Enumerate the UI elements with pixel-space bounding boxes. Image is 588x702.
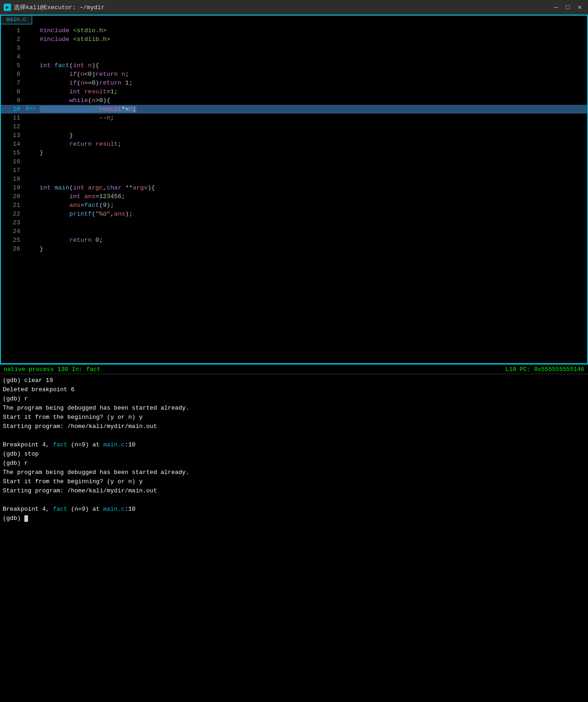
table-row: 11 --n; <box>1 114 587 122</box>
table-row: 4 <box>1 52 587 61</box>
terminal-area[interactable]: (gdb) clear 19 Deleted breakpoint 6 (gdb… <box>0 374 588 702</box>
table-row: 12 <box>1 122 587 131</box>
window-controls: — □ ✕ <box>551 3 584 12</box>
table-row: 23 <box>1 218 587 227</box>
code-content[interactable]: 1 #include <stdio.h> 2 #include <stdlib.… <box>1 24 587 363</box>
table-row: 13 } <box>1 131 587 140</box>
list-item: (gdb) <box>3 514 585 523</box>
main-container: main.c 1 #include <stdio.h> 2 #include <… <box>0 15 588 702</box>
status-right: L10 PC: 0x555555555146 <box>505 366 584 373</box>
table-row: 7 if(n==0)return 1; <box>1 79 587 87</box>
list-item: (gdb) stop <box>3 450 585 459</box>
list-item: (gdb) clear 19 <box>3 376 585 385</box>
table-row: 20 int ans=123456; <box>1 192 587 201</box>
code-lines: 1 #include <stdio.h> 2 #include <stdlib.… <box>1 24 587 253</box>
table-row: 16 <box>1 157 587 166</box>
list-item: Start it from the beginning? (y or n) y <box>3 413 585 422</box>
table-row: 21 ans=fact(9); <box>1 201 587 210</box>
close-button[interactable]: ✕ <box>575 3 584 12</box>
table-row: 18 <box>1 175 587 183</box>
list-item: (gdb) r <box>3 459 585 468</box>
list-item: Start it from the beginning? (y or n) y <box>3 477 585 486</box>
list-item: Breakpoint 4, fact (n=9) at main.c:10 <box>3 440 585 450</box>
table-row: 25 return 0; <box>1 236 587 245</box>
app-icon: ▶ <box>4 4 11 11</box>
table-row: 14 return result; <box>1 140 587 148</box>
titlebar-title: 选择kali@Executor: ~/mydir <box>14 3 551 11</box>
table-row: 15 } <box>1 148 587 157</box>
list-item <box>3 496 585 505</box>
titlebar: ▶ 选择kali@Executor: ~/mydir — □ ✕ <box>0 0 588 15</box>
list-item: The program being debugged has been star… <box>3 404 585 413</box>
table-row: 3 <box>1 44 587 52</box>
status-left: native process 130 In: fact <box>4 366 505 373</box>
table-row: 24 <box>1 227 587 236</box>
table-row: 9 while(n>0){ <box>1 96 587 105</box>
minimize-button[interactable]: — <box>551 3 560 12</box>
table-row: 5 int fact(int n){ <box>1 61 587 70</box>
list-item: The program being debugged has been star… <box>3 468 585 477</box>
list-item: Starting program: /home/kali/mydir/main.… <box>3 486 585 496</box>
list-item: Breakpoint 4, fact (n=9) at main.c:10 <box>3 505 585 514</box>
table-row: 26 } <box>1 245 587 253</box>
list-item: (gdb) r <box>3 394 585 404</box>
table-row: 6 if(n<0)return n; <box>1 70 587 79</box>
table-row: 1 #include <stdio.h> <box>1 26 587 35</box>
list-item: Deleted breakpoint 6 <box>3 385 585 394</box>
maximize-button[interactable]: □ <box>563 3 572 12</box>
editor-area: main.c 1 #include <stdio.h> 2 #include <… <box>0 15 588 364</box>
table-row: 2 #include <stdlib.h> <box>1 35 587 44</box>
table-row: 22 printf("%d",ans); <box>1 210 587 218</box>
status-bar: native process 130 In: fact L10 PC: 0x55… <box>0 364 588 374</box>
table-row: 17 <box>1 166 587 175</box>
list-item: Starting program: /home/kali/mydir/main.… <box>3 422 585 431</box>
table-row: 10 B+> result*=n; <box>1 105 587 114</box>
table-row: 8 int result=1; <box>1 87 587 96</box>
editor-tab[interactable]: main.c <box>1 16 32 24</box>
table-row: 19 int main(int argc,char **argv){ <box>1 183 587 192</box>
tab-label: main.c <box>6 17 26 23</box>
list-item <box>3 431 585 440</box>
